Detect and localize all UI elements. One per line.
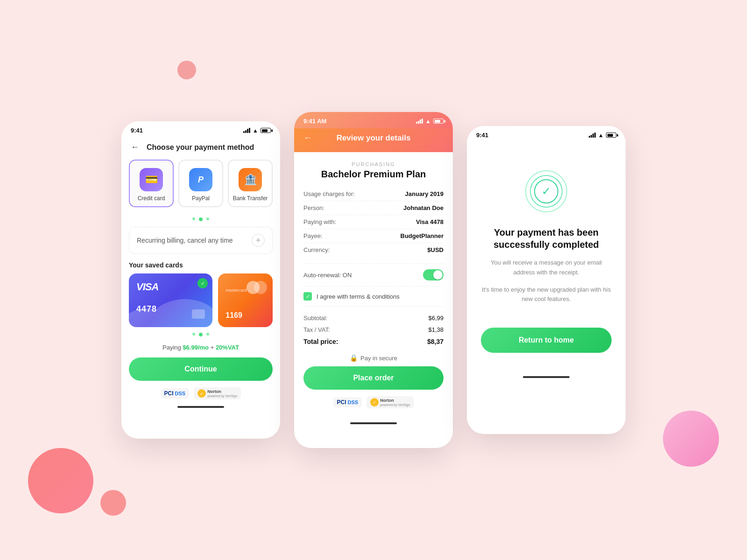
detail-person-key: Person:: [303, 204, 324, 211]
time-1: 9:41: [131, 127, 143, 134]
sb2: [418, 121, 419, 124]
detail-paying-key: Paying with:: [303, 218, 336, 225]
norton-name: Norton: [207, 389, 237, 394]
norton-badge-1: ✓ Norton powered by VeriSign: [194, 387, 241, 399]
bt-label: Bank Transfer: [233, 195, 268, 202]
billing-text: Recurring billing, cancel any time: [137, 237, 233, 244]
sb1: [416, 122, 417, 124]
plan-title: Bachelor Premium Plan: [303, 169, 444, 180]
wifi-icon: ▲: [253, 127, 258, 134]
pci-dss-2: DSS: [348, 399, 359, 405]
pp-label: PayPal: [192, 195, 210, 202]
signal-bar-4: [249, 128, 250, 133]
home-indicator-3: [523, 376, 570, 378]
pci-badge-2: PCI DSS: [333, 397, 362, 407]
payment-method-bank[interactable]: 🏦 Bank Transfer: [228, 160, 273, 207]
s1-header: ← Choose your payment method: [121, 138, 280, 160]
security-badges-2: PCI DSS ✓ Norton powered by VeriSign: [303, 396, 444, 413]
detail-paying: Paying with: Visa 4478: [303, 215, 444, 229]
terms-row: ✓ I agree with terms & conditions: [303, 287, 444, 307]
sb3-3: [592, 133, 594, 138]
s2-title: Review your details: [319, 133, 428, 143]
cc-icon: 💳: [140, 168, 163, 191]
add-billing-button[interactable]: +: [252, 234, 265, 247]
saved-cards-title: Your saved cards: [121, 261, 280, 273]
detail-currency: Currency: $USD: [303, 243, 444, 257]
s2-header: ← Review your details: [294, 128, 453, 152]
success-icon-wrap: ✓: [525, 170, 567, 212]
battery-icon-2: [433, 119, 444, 124]
back-button-1[interactable]: ←: [131, 142, 139, 152]
sb4-3: [594, 133, 596, 138]
detail-person-val: Johnatan Doe: [403, 204, 444, 211]
s2-body: PURCHASING Bachelor Premium Plan Usage c…: [294, 152, 453, 420]
sb3: [420, 119, 421, 124]
tax-val: $1,38: [428, 326, 444, 333]
status-bar-2: 9:41 AM ▲: [294, 112, 453, 128]
toggle-knob: [433, 270, 443, 280]
dot-1: [192, 217, 195, 220]
s1-title: Choose your payment method: [147, 143, 254, 152]
security-badges-1: PCI DSS ✓ Norton powered by VeriSign: [121, 387, 280, 404]
norton-name-2: Norton: [380, 398, 410, 403]
visa-card[interactable]: ✓ VISA 4478: [129, 273, 212, 327]
terms-label: I agree with terms & conditions: [317, 293, 400, 300]
status-icons-3: ▲: [589, 132, 616, 139]
battery-icon-3: [606, 133, 616, 138]
paying-row: Paying $6.99/mo + 20%VAT: [121, 339, 280, 354]
time-3: 9:41: [476, 132, 488, 139]
terms-checkbox[interactable]: ✓: [303, 292, 312, 301]
subtotal-val: $6,99: [428, 315, 444, 322]
secure-pay-label: Pay in secure: [360, 355, 397, 362]
back-button-2[interactable]: ←: [303, 133, 312, 143]
norton-text-wrap: Norton powered by VeriSign: [207, 389, 237, 398]
dot-2: [199, 217, 203, 221]
norton-sub: powered by VeriSign: [207, 394, 237, 398]
payment-method-paypal[interactable]: P PayPal: [178, 160, 223, 207]
subtotal-key: Subtotal:: [303, 315, 327, 322]
mastercard-card[interactable]: mastercard 1169: [218, 273, 273, 327]
payment-method-cc[interactable]: 💳 Credit card: [129, 160, 174, 207]
success-title: Your payment has been successfully compl…: [481, 226, 612, 251]
detail-usage: Usage charges for: January 2019: [303, 187, 444, 201]
continue-button[interactable]: Continue: [129, 357, 273, 381]
signal-bar-3: [247, 129, 248, 133]
total-price-val: $8,37: [427, 338, 444, 345]
sb1-3: [589, 136, 590, 138]
pci-badge-1: PCI DSS: [161, 388, 190, 399]
secure-pay-row: 🔒 Pay in secure: [303, 348, 444, 366]
signal-bar-1: [243, 131, 245, 133]
dot-6: [206, 333, 209, 336]
card-wave: [129, 299, 212, 327]
return-home-button[interactable]: Return to home: [481, 328, 612, 353]
dot-4: [192, 333, 195, 336]
screen-success: 9:41 ▲ ✓ Your paymen: [467, 126, 626, 434]
detail-payee-val: BudgetPlanner: [401, 232, 444, 239]
cc-label: Credit card: [138, 195, 165, 202]
auto-renewal-label: Auto-renewal: ON: [303, 272, 352, 279]
details-section: Usage charges for: January 2019 Person: …: [303, 187, 444, 257]
auto-renewal-toggle[interactable]: [423, 269, 444, 280]
decorative-blob-bottom-lg: [28, 448, 93, 513]
success-icon-inner: ✓: [530, 175, 563, 208]
bt-icon: 🏦: [239, 168, 262, 191]
auto-renewal-row: Auto-renewal: ON: [303, 263, 444, 287]
total-price-key: Total price:: [303, 338, 338, 345]
wifi-icon-2: ▲: [425, 118, 431, 125]
total-row: Total price: $8,37: [303, 336, 444, 348]
battery-fill-2: [435, 120, 441, 123]
card-selected-check: ✓: [197, 278, 208, 288]
pp-icon: P: [189, 168, 212, 191]
success-desc-2: It's time to enjoy the new upgraded plan…: [481, 285, 612, 305]
detail-payee: Payee: BudgetPlanner: [303, 229, 444, 243]
status-bar-3: 9:41 ▲: [467, 126, 626, 142]
pci-dss-text: DSS: [175, 391, 186, 396]
pci-text-2: PCI: [337, 399, 346, 406]
payment-methods-row: 💳 Credit card P PayPal 🏦 Bank Transfer: [121, 160, 280, 215]
billing-row: Recurring billing, cancel any time +: [129, 227, 273, 254]
detail-payee-key: Payee:: [303, 232, 322, 239]
time-2: 9:41 AM: [303, 118, 326, 125]
place-order-button[interactable]: Place order: [303, 366, 444, 390]
status-icons-2: ▲: [416, 118, 444, 125]
signal-icon: [243, 128, 250, 133]
